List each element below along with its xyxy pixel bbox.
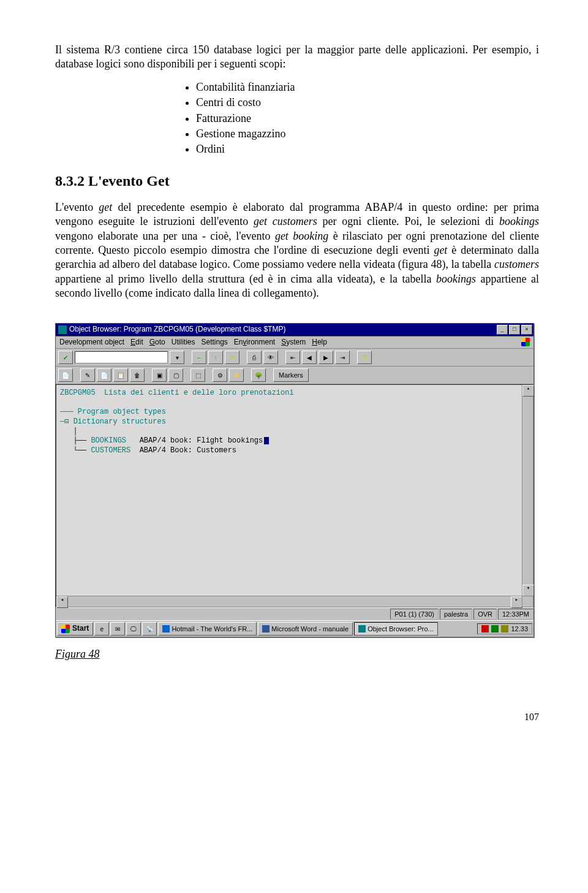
italic-term: get [434, 244, 447, 256]
list-item: Gestione magazzino [196, 127, 539, 141]
menu-environment[interactable]: Environment [234, 338, 275, 348]
list-item: Ordini [196, 142, 539, 156]
italic-term: get customers [254, 215, 317, 227]
list-item: Centri di costo [196, 96, 539, 110]
italic-term: bookings [436, 273, 476, 285]
scroll-right-icon[interactable]: ▸ [511, 596, 522, 608]
page-number: 107 [55, 711, 539, 724]
tray-icon[interactable] [481, 625, 489, 633]
test-button[interactable]: ⚙ [213, 368, 227, 382]
task-hotmail[interactable]: Hotmail - The World's FR... [158, 622, 257, 636]
tree-view-area: ZBCPGM05 Lista dei clienti e delle loro … [56, 384, 533, 607]
menu-settings[interactable]: Settings [201, 338, 227, 348]
sap-window: Object Browser: Program ZBCPGM05 (Develo… [55, 323, 534, 638]
status-mode: OVR [473, 609, 497, 620]
menu-edit[interactable]: Edit [130, 338, 143, 348]
word-icon [262, 625, 270, 633]
tray-icon[interactable] [491, 625, 499, 633]
task-word[interactable]: Microsoft Word - manuale [258, 622, 353, 636]
tray-volume-icon[interactable] [501, 625, 508, 633]
italic-term: get [99, 201, 112, 213]
quicklaunch-ie-icon[interactable]: e [94, 622, 109, 636]
scroll-up-icon[interactable]: ▴ [522, 385, 534, 397]
tree-node[interactable]: ─── Program object types [60, 408, 529, 417]
scroll-left-icon[interactable]: ◂ [56, 596, 68, 608]
tree-node-expanded[interactable]: ─⊟ Dictionary structures [60, 417, 529, 427]
status-bar: P01 (1) (730) palestra OVR 12:33PM [56, 607, 533, 620]
tree-leaf-customers[interactable]: └── CUSTOMERS ABAP/4 Book: Customers [60, 446, 529, 456]
italic-term: bookings [499, 215, 539, 227]
collapse-button[interactable]: ▢ [168, 368, 183, 382]
task-object-browser[interactable]: Object Browser: Pro... [354, 622, 438, 636]
close-button[interactable]: × [521, 325, 532, 335]
menu-goto[interactable]: Goto [149, 338, 165, 348]
windows-logo-icon [61, 625, 70, 633]
window-title: Object Browser: Program ZBCPGM05 (Develo… [69, 325, 496, 335]
windows-taskbar: Start e ✉ 🖵 📡 Hotmail - The World's FR..… [56, 620, 533, 637]
exit-button[interactable]: ✕ [225, 351, 239, 364]
find-button[interactable]: 👁 [263, 351, 278, 364]
prev-page-button[interactable]: ◀ [302, 351, 317, 364]
help-button[interactable]: ? [357, 351, 372, 364]
window-titlebar[interactable]: Object Browser: Program ZBCPGM05 (Develo… [56, 324, 533, 336]
menu-help[interactable]: Help [312, 338, 327, 348]
horizontal-scrollbar[interactable]: ◂ ▸ [56, 596, 522, 607]
delete-button[interactable]: 🗑 [130, 368, 145, 382]
section-heading: 8.3.2 L'evento Get [55, 172, 539, 191]
menu-development-object[interactable]: Development object [59, 338, 124, 348]
status-system: P01 (1) (730) [390, 609, 439, 620]
command-field[interactable] [75, 351, 168, 363]
quicklaunch-channels-icon[interactable]: 📡 [142, 622, 157, 636]
sap-logo-icon [521, 338, 530, 346]
system-tray[interactable]: 12.33 [477, 623, 532, 634]
italic-term: customers [494, 258, 539, 270]
figure-caption: Figura 48 [55, 647, 539, 661]
next-page-button[interactable]: ▶ [318, 351, 333, 364]
app-toolbar: 📄 ✎ 📄 📋 🗑 ▣ ▢ ⬚ ⚙ ⚡ 🌳 Markers [56, 367, 533, 384]
tree-button[interactable]: 🌳 [251, 368, 266, 382]
markers-button[interactable]: Markers [273, 368, 309, 382]
vertical-scrollbar[interactable]: ▴ ▾ [522, 385, 533, 596]
quicklaunch-outlook-icon[interactable]: ✉ [110, 622, 125, 636]
list-item: Fatturazione [196, 112, 539, 126]
tray-clock: 12.33 [511, 625, 528, 633]
intro-paragraph: Il sistema R/3 contiene circa 150 databa… [55, 43, 539, 72]
scroll-down-icon[interactable]: ▾ [522, 585, 534, 596]
body-paragraph: L'evento get del precedente esempio è el… [55, 200, 539, 301]
quicklaunch-desktop-icon[interactable]: 🖵 [126, 622, 141, 636]
back-button[interactable]: ← [192, 351, 206, 364]
sap-icon [358, 625, 366, 633]
dropdown-button[interactable]: ▾ [170, 351, 184, 364]
expand-button[interactable]: ▣ [152, 368, 167, 382]
where-used-button[interactable]: ⬚ [190, 368, 205, 382]
ok-button[interactable]: ✓ [58, 351, 73, 364]
menu-system[interactable]: System [281, 338, 306, 348]
last-page-button[interactable]: ⇥ [335, 351, 350, 364]
menu-utilities[interactable]: Utilities [172, 338, 195, 348]
start-button[interactable]: Start [57, 622, 93, 636]
app-icon [58, 325, 67, 334]
change-button[interactable]: ✎ [80, 368, 95, 382]
list-item: Contabilità finanziaria [196, 80, 539, 94]
figure-48: Object Browser: Program ZBCPGM05 (Develo… [55, 323, 539, 662]
first-page-button[interactable]: ⇤ [285, 351, 300, 364]
minimize-button[interactable]: _ [497, 325, 508, 335]
activate-button[interactable]: ⚡ [229, 368, 244, 382]
italic-term: get booking [275, 230, 328, 242]
tree-leaf-bookings[interactable]: ├── BOOKINGS ABAP/4 book: Flight booking… [60, 436, 529, 446]
status-server: palestra [440, 609, 472, 620]
scope-list: Contabilità finanziaria Centri di costo … [55, 80, 539, 157]
tree-root[interactable]: ZBCPGM05 Lista dei clienti e delle loro … [60, 389, 529, 398]
copy-button[interactable]: 📋 [113, 368, 128, 382]
menu-bar: Development object Edit Goto Utilities S… [56, 336, 533, 349]
print-button[interactable]: ⎙ [247, 351, 262, 364]
scroll-corner [522, 596, 533, 607]
text-cursor [264, 437, 269, 444]
standard-toolbar: ✓ ▾ ← ↑ ✕ ⎙ 👁 ⇤ ◀ ▶ ⇥ ? [56, 349, 533, 367]
create-button[interactable]: 📄 [97, 368, 111, 382]
up-button[interactable]: ↑ [208, 351, 223, 364]
status-time: 12:33PM [498, 609, 533, 620]
ie-icon [162, 625, 170, 633]
maximize-button[interactable]: □ [509, 325, 520, 335]
display-button[interactable]: 📄 [58, 368, 73, 382]
